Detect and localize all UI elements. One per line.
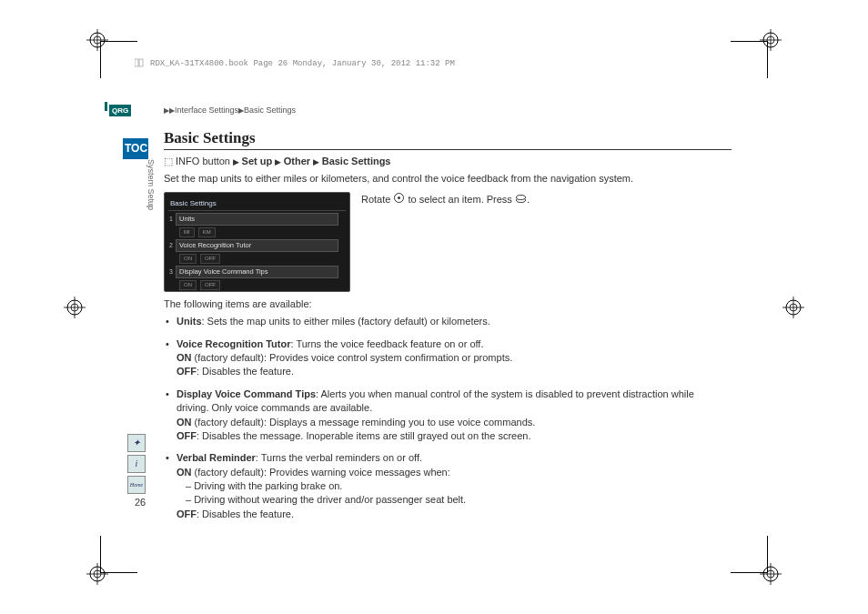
content-area: ⬚ INFO button ▶ Set up ▶ Other ▶ Basic S… [164,155,713,529]
items-list: Units: Sets the map units to either mile… [164,315,713,521]
instr-c: . [527,193,530,204]
svg-point-29 [516,195,525,199]
instruction-text: Rotate to select an item. Press . [361,192,530,207]
instr-b: to select an item. Press [409,193,512,204]
info-icon: ⬚ [164,156,176,166]
screenshot-item: 3Display Voice Command Tips [176,266,338,279]
instr-a: Rotate [361,193,390,204]
nav-prefix: INFO button [176,156,230,166]
qrg-badge[interactable]: QRG [109,105,131,116]
list-item: Display Voice Command Tips: Alerts you w… [164,388,713,444]
nav-p2: Other [284,156,310,166]
voice-icon[interactable]: ✦ [127,434,146,452]
breadcrumb: ▶▶Interface Settings▶Basic Settings [164,105,296,116]
screenshot-item-options: MIKM [179,227,346,237]
crop-mark [731,41,768,78]
intro-text: Set the map units to either miles or kil… [164,172,713,186]
screenshot-item-options: ONOFF [179,254,346,263]
info-icon[interactable]: i [127,455,146,473]
title-underline [164,149,732,150]
navigation-path: ⬚ INFO button ▶ Set up ▶ Other ▶ Basic S… [164,155,713,168]
page-number: 26 [135,496,146,509]
nav-p1: Set up [242,156,273,166]
svg-point-27 [398,196,400,199]
crop-mark [100,536,137,573]
crop-mark [100,41,137,78]
screenshot-item: 1Units [176,213,338,226]
side-section-label: System Setup [145,159,156,210]
triangle-icon: ▶ [233,157,242,166]
home-icon[interactable]: Home [127,476,146,494]
list-item: Voice Recognition Tutor: Turns the voice… [164,337,713,379]
list-item: Units: Sets the map units to either mile… [164,315,713,328]
press-icon [515,192,527,207]
screenshot-item: 2Voice Recognition Tutor [176,239,338,253]
registration-mark-icon [64,297,86,318]
device-screenshot: Basic Settings 1UnitsMIKM2Voice Recognit… [164,192,350,292]
left-icon-bar: ✦ i Home [127,434,146,494]
svg-rect-25 [139,59,143,66]
list-intro: The following items are available: [164,297,713,311]
triangle-icon: ▶ [275,157,284,166]
registration-mark-icon [782,297,804,318]
document-header: RDX_KA-31TX4800.book Page 26 Monday, Jan… [150,58,455,70]
breadcrumb-l2: Basic Settings [244,106,296,115]
breadcrumb-l1: Interface Settings [175,106,238,115]
svg-rect-24 [135,59,138,66]
rotate-icon [393,192,405,207]
triangle-icon: ▶ [313,157,322,166]
list-item: Verbal Reminder: Turns the verbal remind… [164,451,713,521]
screenshot-title: Basic Settings [168,196,346,211]
toc-badge[interactable]: TOC [123,138,148,159]
page-title: Basic Settings [164,127,256,149]
section-marker [105,102,107,111]
book-icon [135,56,144,65]
triangle-icon: ▶▶ [164,106,175,115]
crop-mark [731,536,768,573]
screenshot-item-options: ONOFF [179,280,346,289]
nav-p3: Basic Settings [322,156,391,166]
